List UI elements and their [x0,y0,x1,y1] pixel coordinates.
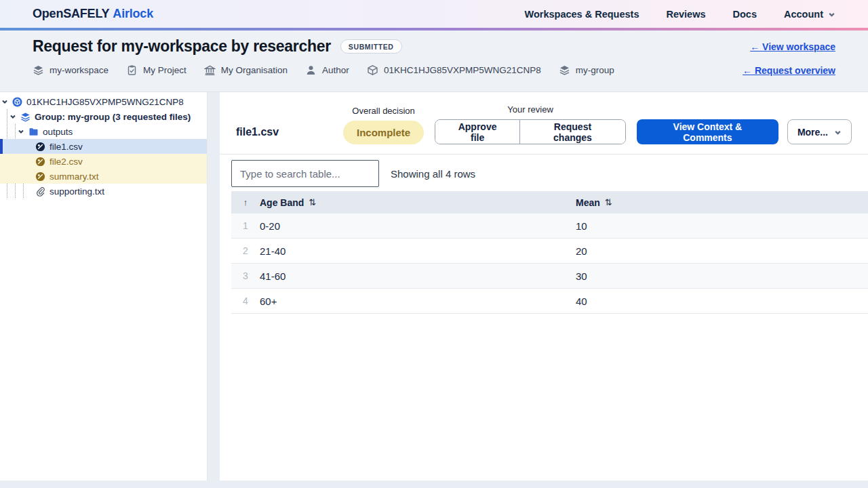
decision-badge: Incomplete [343,121,424,145]
row-number-sort-header[interactable]: ↑ [231,197,260,207]
file-review-panel: file1.csv Overall decision Incomplete Yo… [220,92,868,481]
brand-logo[interactable]: OpenSAFELYAirlock [33,7,153,21]
approve-file-button[interactable]: Approve file [435,120,519,144]
user-icon [305,64,317,76]
tree-node-label: summary.txt [50,171,99,182]
meta-label: my-group [576,65,614,75]
chevron-down-icon [834,129,842,136]
review-button-group: Approve file Request changes [435,119,626,144]
more-label: More... [797,127,828,138]
meta-label: Author [322,65,349,75]
tree-node-label: outputs [43,127,73,137]
file-title: file1.csv [236,126,332,138]
cell-age-band: 0-20 [260,220,576,232]
overall-decision-label: Overall decision [352,106,415,116]
brand-secondary: Airlock [113,7,153,20]
table-row[interactable]: 3 41-60 30 [231,264,868,289]
row-number: 3 [231,270,260,281]
meta-label: My Project [143,65,186,75]
cell-age-band: 21-40 [260,245,576,257]
meta-label: my-workspace [50,65,108,75]
meta-workspace: my-workspace [33,64,108,76]
overall-decision-group: Overall decision Incomplete [343,106,424,145]
sort-both-icon: ⇅ [309,197,316,207]
cube-icon [367,64,378,76]
clipboard-icon [126,64,138,76]
file-tree-sidebar: 01KHC1HJG85VXPMP5WNG21CNP8 Group: my-gro… [0,92,208,481]
cell-mean: 20 [576,245,868,257]
top-nav: OpenSAFELYAirlock Workspaces & Requests … [0,0,868,30]
row-number: 1 [231,220,260,231]
cell-mean: 10 [576,220,868,232]
meta-group: my-group [559,64,614,76]
your-review-label: Your review [507,104,553,115]
table-row[interactable]: 1 0-20 10 [231,214,868,239]
chevron-down-icon [1,98,8,105]
nav-item-reviews[interactable]: Reviews [666,9,705,20]
nav-item-account[interactable]: Account [784,9,835,20]
nav-links: Workspaces & Requests Reviews Docs Accou… [525,9,835,20]
request-overview-link[interactable]: ← Request overview [743,65,835,76]
account-label: Account [784,9,823,20]
table-header: ↑ Age Band ⇅ Mean ⇅ [231,191,868,214]
chevron-down-icon [828,11,835,18]
tree-node-file1[interactable]: file1.csv [0,139,207,154]
file-pending-icon [35,157,45,167]
file-pending-icon [35,171,45,182]
layers-icon [33,64,44,76]
tree-node-label: Group: my-group (3 requested files) [35,112,191,122]
search-input[interactable] [231,160,379,187]
column-header-mean[interactable]: Mean ⇅ [576,197,868,208]
tree-node-supporting[interactable]: supporting.txt [0,184,207,199]
nav-item-docs[interactable]: Docs [733,9,757,20]
meta-organisation: My Organisation [204,64,288,76]
sort-both-icon: ⇅ [605,197,612,207]
table-row[interactable]: 2 21-40 20 [231,239,868,264]
tree-node-outputs[interactable]: outputs [0,124,207,139]
meta-request-id: 01KHC1HJG85VXPMP5WNG21CNP8 [367,64,541,76]
data-table: ↑ Age Band ⇅ Mean ⇅ 1 0-20 10 2 21-40 [231,191,868,314]
file-pending-icon [35,142,45,152]
table-row[interactable]: 4 60+ 40 [231,289,868,314]
chevron-down-icon [9,113,16,120]
cell-age-band: 41-60 [260,270,576,282]
column-label: Mean [576,197,600,208]
your-review-group: Your review Approve file Request changes [435,104,626,144]
folder-icon [28,127,39,137]
tree-node-label: file2.csv [50,157,83,167]
cell-mean: 30 [576,270,868,282]
column-label: Age Band [260,197,304,208]
column-header-age-band[interactable]: Age Band ⇅ [260,197,576,208]
request-changes-button[interactable]: Request changes [519,120,625,144]
meta-label: My Organisation [221,65,288,75]
sort-asc-icon: ↑ [243,197,248,207]
status-badge: SUBMITTED [340,39,402,54]
tree-node-summary[interactable]: summary.txt [0,169,207,184]
cell-age-band: 60+ [260,296,576,307]
request-cube-icon [12,97,22,107]
paperclip-icon [35,186,45,197]
meta-label: 01KHC1HJG85VXPMP5WNG21CNP8 [384,65,541,75]
view-context-comments-button[interactable]: View Context & Comments [637,119,778,144]
view-workspace-link[interactable]: ← View workspace [750,41,835,52]
tree-node-label: file1.csv [50,142,83,152]
tree-node-label: supporting.txt [50,186,104,197]
rows-status: Showing all 4 rows [391,168,475,180]
building-icon [204,64,216,76]
file-header: file1.csv Overall decision Incomplete Yo… [220,92,868,155]
chevron-down-icon [18,128,24,135]
nav-item-workspaces[interactable]: Workspaces & Requests [525,9,639,20]
tree-node-request-id[interactable]: 01KHC1HJG85VXPMP5WNG21CNP8 [0,94,207,109]
meta-author: Author [305,64,349,76]
row-number: 2 [231,245,260,256]
page-title: Request for my-workspace by researcher [33,37,331,56]
tree-node-file2[interactable]: file2.csv [0,154,207,169]
brand-primary: OpenSAFELY [33,7,109,20]
tree-node-label: 01KHC1HJG85VXPMP5WNG21CNP8 [26,97,184,107]
row-number: 4 [231,296,260,306]
more-button[interactable]: More... [787,119,852,144]
tree-node-group[interactable]: Group: my-group (3 requested files) [0,109,207,124]
meta-project: My Project [126,64,186,76]
layers-icon [559,64,570,76]
cell-mean: 40 [576,296,868,307]
